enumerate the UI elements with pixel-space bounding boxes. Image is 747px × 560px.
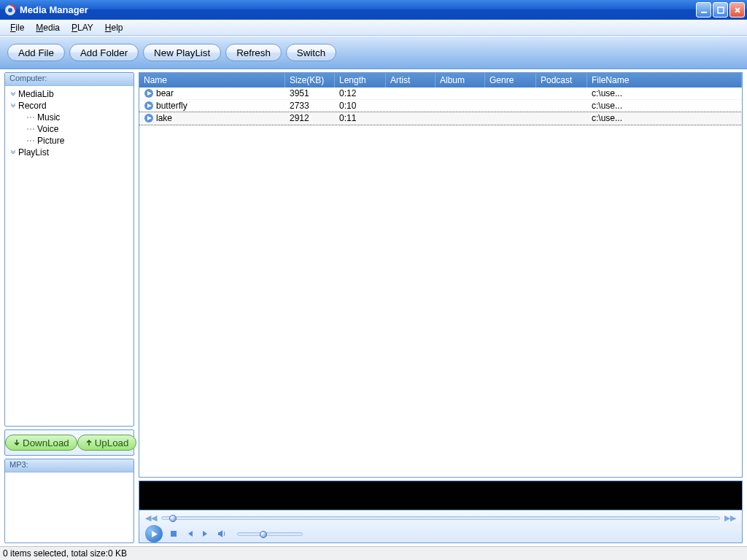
new-playlist-button[interactable]: New PlayList	[143, 44, 221, 61]
status-bar: 0 items selected, total size:0 KB	[0, 546, 747, 560]
col-podcast[interactable]: Podcast	[536, 73, 587, 88]
grid-header: Name Size(KB) Length Artist Album Genre …	[139, 73, 742, 88]
title-bar: Media Manager	[0, 0, 747, 20]
computer-tree-header: Computer:	[5, 73, 133, 86]
col-filename[interactable]: FileName	[587, 73, 742, 88]
play-button[interactable]	[145, 525, 163, 542]
video-preview	[139, 481, 743, 510]
mp3-panel-header: MP3:	[5, 459, 133, 472]
tree-label: Record	[18, 101, 47, 111]
cell-length: 0:11	[335, 113, 386, 123]
maximize-button[interactable]	[713, 2, 728, 18]
chevron-down-icon[interactable]	[8, 101, 18, 110]
tree-leaf-icon: ⋯	[26, 136, 35, 146]
cell-name: butterfly	[156, 101, 187, 111]
col-genre[interactable]: Genre	[485, 73, 536, 88]
menu-help[interactable]: Help	[99, 21, 129, 34]
add-folder-button[interactable]: Add Folder	[69, 44, 139, 61]
tree-label: Voice	[37, 124, 58, 134]
player: ◀◀ ▶▶	[139, 481, 743, 543]
tree-label: MediaLib	[18, 89, 54, 99]
prev-button[interactable]	[185, 529, 195, 539]
cell-filename: c:\use...	[587, 113, 742, 123]
status-text: 0 items selected, total size:0 KB	[3, 548, 127, 559]
tree-node-music[interactable]: ⋯Music	[23, 112, 132, 123]
cell-filename: c:\use...	[587, 88, 742, 98]
table-row[interactable]: lake29120:11c:\use...	[139, 112, 742, 125]
col-album[interactable]: Album	[436, 73, 485, 88]
menu-play[interactable]: PLAY	[66, 21, 99, 34]
tree-label: Picture	[37, 136, 64, 146]
svg-point-1	[8, 8, 12, 12]
cell-name: bear	[156, 88, 174, 98]
upload-button[interactable]: UpLoad	[77, 435, 137, 451]
file-grid: Name Size(KB) Length Artist Album Genre …	[139, 72, 743, 478]
svg-rect-7	[171, 531, 177, 537]
app-icon	[4, 4, 16, 16]
col-length[interactable]: Length	[335, 73, 386, 88]
seek-thumb[interactable]	[169, 515, 177, 522]
table-row[interactable]: bear39510:12c:\use...	[139, 88, 742, 100]
computer-tree-panel: Computer: MediaLib Record ⋯Music ⋯Voice …	[4, 72, 134, 427]
download-button[interactable]: DownLoad	[5, 435, 77, 451]
col-artist[interactable]: Artist	[386, 73, 436, 88]
tree-node-medialib[interactable]: MediaLib	[7, 88, 132, 100]
svg-rect-3	[718, 7, 724, 13]
cell-length: 0:10	[335, 101, 386, 111]
svg-rect-2	[701, 12, 707, 13]
menu-file[interactable]: File	[4, 21, 30, 34]
media-file-icon	[144, 88, 154, 98]
cell-size: 3951	[285, 88, 335, 98]
tree-node-voice[interactable]: ⋯Voice	[23, 123, 132, 135]
chevron-down-icon[interactable]	[8, 148, 18, 157]
close-button[interactable]	[729, 2, 745, 18]
tree-label: Music	[37, 112, 60, 122]
stop-button[interactable]	[169, 529, 179, 539]
tree-node-record[interactable]: Record	[7, 100, 132, 112]
col-name[interactable]: Name	[139, 73, 285, 88]
media-file-icon	[144, 101, 154, 111]
toolbar: Add File Add Folder New PlayList Refresh…	[0, 36, 747, 69]
volume-slider[interactable]	[237, 532, 303, 536]
mp3-panel: MP3:	[4, 459, 134, 543]
minimize-button[interactable]	[696, 2, 711, 18]
transfer-panel: DownLoad UpLoad	[4, 429, 134, 456]
volume-thumb[interactable]	[260, 531, 267, 538]
volume-icon[interactable]	[217, 529, 227, 539]
tree-node-picture[interactable]: ⋯Picture	[23, 135, 132, 147]
cell-filename: c:\use...	[587, 101, 742, 111]
tree-label: PlayList	[18, 147, 49, 158]
next-button[interactable]	[201, 529, 211, 539]
cell-size: 2912	[285, 113, 335, 123]
tree-leaf-icon: ⋯	[26, 112, 35, 122]
menu-media[interactable]: Media	[30, 21, 66, 34]
add-file-button[interactable]: Add File	[7, 44, 65, 61]
menu-bar: File Media PLAY Help	[0, 20, 747, 36]
seek-forward-icon[interactable]: ▶▶	[724, 513, 736, 523]
media-file-icon	[144, 113, 154, 123]
refresh-button[interactable]: Refresh	[225, 44, 282, 61]
col-size[interactable]: Size(KB)	[285, 73, 335, 88]
cell-name: lake	[156, 113, 172, 123]
seek-back-icon[interactable]: ◀◀	[145, 513, 157, 523]
seek-slider[interactable]	[161, 516, 720, 520]
tree-node-playlist[interactable]: PlayList	[7, 147, 132, 158]
switch-button[interactable]: Switch	[286, 44, 336, 61]
window-title: Media Manager	[20, 4, 88, 15]
chevron-down-icon[interactable]	[8, 90, 18, 98]
cell-size: 2733	[285, 101, 335, 111]
tree-leaf-icon: ⋯	[26, 124, 35, 134]
table-row[interactable]: butterfly27330:10c:\use...	[139, 100, 742, 112]
cell-length: 0:12	[335, 88, 386, 98]
